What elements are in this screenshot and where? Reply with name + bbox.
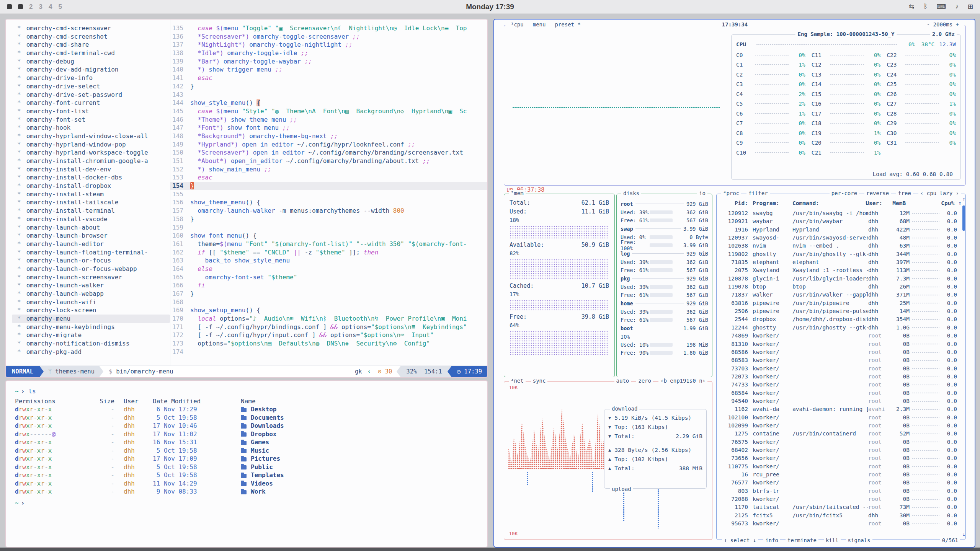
code-line[interactable]: 172 [ -f ~/.config/hypr/input.conf ] && … bbox=[170, 331, 487, 339]
process-row[interactable]: 68586kworker/root0B0.0 bbox=[721, 348, 962, 356]
code-line[interactable]: 141 esac bbox=[170, 74, 487, 82]
code-line[interactable]: 155 bbox=[170, 190, 487, 199]
process-row[interactable]: 120937swayosd-/usr/bin/swayosd-serverdhh… bbox=[721, 234, 962, 242]
process-row[interactable]: 68583kworker/root0B0.0 bbox=[721, 356, 962, 364]
process-row[interactable]: 1162avahi-daavahi-daemon: running [avahi… bbox=[721, 405, 962, 413]
file-item[interactable]: *omarchy-drive-set-password bbox=[12, 91, 170, 99]
btop-window[interactable]: ¹cpumenupreset * 17:39:34 - 2000ms + Eng… bbox=[493, 19, 975, 548]
workspace-active-icon[interactable] bbox=[18, 4, 23, 9]
code-line[interactable]: 174 bbox=[170, 348, 487, 356]
scroll-up-icon[interactable]: ↑ bbox=[962, 196, 965, 202]
file-item[interactable]: *omarchy-drive-select bbox=[12, 82, 170, 91]
file-item[interactable]: *omarchy-install-terminal bbox=[12, 207, 170, 215]
process-row[interactable]: 72088kworker/root0B0.0 bbox=[721, 495, 962, 503]
screencast-icon[interactable]: ⇆ bbox=[909, 3, 914, 11]
code-line[interactable]: 164 else bbox=[170, 265, 487, 273]
code-line[interactable]: 150 *Screensaver*) open_in_editor ~/.con… bbox=[170, 148, 487, 157]
code-line[interactable]: 138 *Idle*) omarchy-toggle-idle ;; bbox=[170, 49, 487, 57]
file-item[interactable]: *omarchy-launch-or-focus bbox=[12, 256, 170, 265]
btop-option[interactable]: menu bbox=[531, 21, 548, 28]
keyboard-layout-icon[interactable]: ⌨ bbox=[937, 3, 946, 11]
process-row[interactable]: 76575kworker/root0B0.0 bbox=[721, 438, 962, 446]
btop-option[interactable]: filter bbox=[746, 190, 770, 196]
btop-option[interactable]: info bbox=[763, 537, 780, 543]
btop-option[interactable]: zero bbox=[636, 378, 653, 384]
process-row[interactable]: 2125fcitx5/usr/bin/fcitx5dhh30M0.0 bbox=[721, 512, 962, 520]
file-item[interactable]: *omarchy-install-tailscale bbox=[12, 198, 170, 207]
scroll-down-icon[interactable]: ↓ bbox=[962, 531, 965, 537]
process-row[interactable]: 12244ghostty/usr/bin/ghostty --gtk-dhh1.… bbox=[721, 324, 962, 332]
file-item[interactable]: *omarchy-install-dropbox bbox=[12, 182, 170, 190]
file-item[interactable]: *omarchy-cmd-share bbox=[12, 41, 170, 49]
btop-option[interactable]: ⁴proc bbox=[721, 190, 741, 196]
file-item[interactable]: *omarchy-hyprland-window-close-all bbox=[12, 132, 170, 140]
code-line[interactable]: 149 *Hyprland*) open_in_editor ~/.config… bbox=[170, 140, 487, 149]
file-item[interactable]: *omarchy-dev-add-migration bbox=[12, 65, 170, 74]
process-row[interactable]: 102100kworker/root0B0.0 bbox=[721, 414, 962, 422]
code-line[interactable]: 143 bbox=[170, 91, 487, 99]
code-line[interactable]: 160show_font_menu() { bbox=[170, 231, 487, 240]
code-line[interactable]: 162 if [[ "$theme" == "CNCLD" || -z "$th… bbox=[170, 248, 487, 257]
workspace-1-icon[interactable] bbox=[7, 4, 12, 9]
code-line[interactable]: 173 options="$options\n▤ Defaults\n◍ DNS… bbox=[170, 339, 487, 348]
update-interval-control[interactable]: - 2000ms + bbox=[925, 21, 961, 28]
workspace-3[interactable]: 3 bbox=[39, 3, 42, 11]
process-row[interactable]: 71837walker/usr/bin/walker --gappldhh371… bbox=[721, 291, 962, 299]
code-line[interactable]: 169show_setup_menu() { bbox=[170, 306, 487, 315]
process-row[interactable]: 803btrfs-trroot0B0.0 bbox=[721, 487, 962, 495]
process-row[interactable]: 68584kworker/root0B0.0 bbox=[721, 389, 962, 397]
editor-window[interactable]: *omarchy-cmd-screensaver*omarchy-cmd-scr… bbox=[5, 19, 488, 378]
file-item[interactable]: *omarchy-launch-screensaver bbox=[12, 273, 170, 282]
code-line[interactable]: 157 omarchy-launch-walker -m menus:omarc… bbox=[170, 207, 487, 215]
btop-option[interactable]: tree bbox=[896, 190, 913, 196]
code-line[interactable]: 165 omarchy-font-set "$theme" bbox=[170, 273, 487, 282]
workspace-5[interactable]: 5 bbox=[58, 3, 62, 11]
process-row[interactable]: 119802ghostty/usr/bin/ghostty --gtk-dhh3… bbox=[721, 250, 962, 258]
code-line[interactable]: 147 *Font*) show_font_menu ;; bbox=[170, 124, 487, 132]
code-line[interactable]: 139 *Bar*) omarchy-toggle-waybar ;; bbox=[170, 57, 487, 66]
system-tray[interactable]: ⇆ᛒ⌨♪⊞ bbox=[909, 3, 973, 11]
code-area[interactable]: 135 case $(menu "Toggle" "▣ Screensaver\… bbox=[170, 20, 487, 365]
process-row[interactable]: 120912swaybg/usr/bin/swaybg -i /homdhh12… bbox=[721, 209, 962, 217]
process-table-header[interactable]: Pid: Program: Command: User: MemB Cpu% ↑ bbox=[721, 200, 962, 209]
code-line[interactable]: 146 *Theme*) show_theme_menu ;; bbox=[170, 116, 487, 124]
process-row[interactable]: 2075XwaylandXwayland :1 -rootless -dhh11… bbox=[721, 266, 962, 274]
btop-option[interactable]: kill bbox=[824, 537, 841, 543]
process-row[interactable]: 2506pipewire/usr/bin/pipewire-pulsedhh14… bbox=[721, 307, 962, 315]
process-row[interactable]: 73656kworker/root0B0.0 bbox=[721, 454, 962, 462]
code-line[interactable]: 168 bbox=[170, 298, 487, 306]
code-line[interactable]: 161 theme=$(menu "Font" "$(omarchy-font-… bbox=[170, 240, 487, 248]
process-row[interactable]: 120921waybar/usr/bin/waybardhh68M0.0 bbox=[721, 217, 962, 225]
process-row[interactable]: 72073kworker/root0B0.0 bbox=[721, 373, 962, 381]
code-line[interactable]: 142} bbox=[170, 82, 487, 91]
file-item[interactable]: *omarchy-launch-or-focus-webapp bbox=[12, 265, 170, 273]
code-line[interactable]: 140 *) show_trigger_menu ;; bbox=[170, 65, 487, 74]
process-row[interactable]: 110775kworker/root0B0.0 bbox=[721, 463, 962, 471]
process-row[interactable]: 102099kworker/root0B0.0 bbox=[721, 422, 962, 430]
file-item[interactable]: *omarchy-font-current bbox=[12, 99, 170, 107]
file-item[interactable]: *omarchy-install-dev-env bbox=[12, 165, 170, 174]
code-line[interactable]: 156show_theme_menu() { bbox=[170, 198, 487, 207]
file-item[interactable]: *omarchy-lock-screen bbox=[12, 306, 170, 315]
file-item[interactable]: *omarchy-menu bbox=[12, 315, 170, 323]
mem-box-title[interactable]: ²mem bbox=[509, 190, 526, 196]
terminal-prompt[interactable]: ~› bbox=[15, 499, 487, 507]
process-row[interactable]: 76577kworker/root0B0.0 bbox=[721, 479, 962, 487]
code-line[interactable]: 159 bbox=[170, 223, 487, 232]
file-item[interactable]: *omarchy-drive-info bbox=[12, 74, 170, 82]
file-item[interactable]: *omarchy-hyprland-window-pop bbox=[12, 140, 170, 149]
file-item[interactable]: *omarchy-font-list bbox=[12, 107, 170, 116]
process-row[interactable]: 1275containe/usr/bin/containerdroot52M0.… bbox=[721, 430, 962, 438]
process-row[interactable]: 120878glycin-i/usr/lib/glycin-loadersdhh… bbox=[721, 275, 962, 283]
code-line[interactable]: 158} bbox=[170, 215, 487, 223]
process-row[interactable]: 1170tailscal/usr/sbin/tailscaled --root7… bbox=[721, 503, 962, 511]
code-line[interactable]: 144show_style_menu() { bbox=[170, 99, 487, 107]
io-toggle[interactable]: io bbox=[697, 190, 707, 196]
file-item[interactable]: *omarchy-launch-floating-terminal- bbox=[12, 248, 170, 257]
process-row[interactable]: 71835elephantelephantdhh397M0.0 bbox=[721, 258, 962, 266]
btop-option[interactable]: auto bbox=[614, 378, 631, 384]
volume-icon[interactable]: ♪ bbox=[955, 3, 959, 11]
workspace-indicators[interactable]: 2345 bbox=[7, 3, 62, 11]
workspace-4[interactable]: 4 bbox=[49, 3, 52, 11]
process-row[interactable]: 81310kworker/root0B0.0 bbox=[721, 340, 962, 348]
